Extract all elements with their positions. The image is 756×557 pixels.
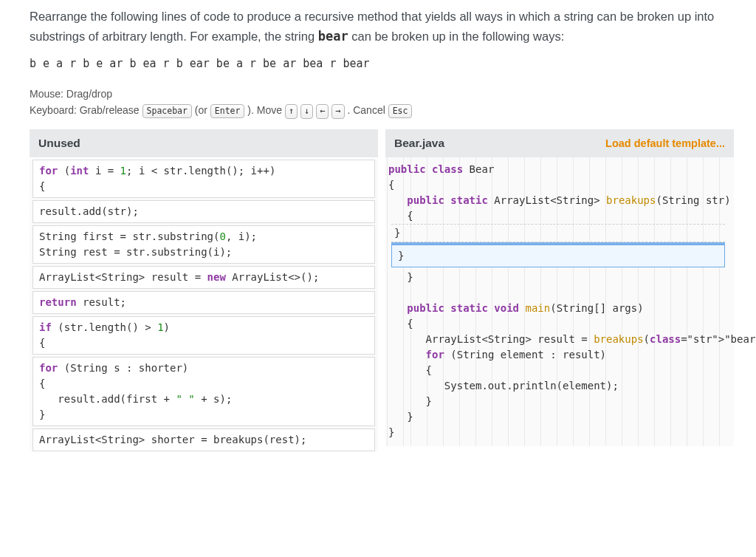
keyboard-hints: Mouse: Drag/drop Keyboard: Grab/release … [30,86,734,119]
key-up: ↑ [285,104,298,119]
key-esc: Esc [388,104,413,118]
code-line: { [388,177,728,193]
target-header: Bear.java Load default template... [385,129,734,157]
code-line: public class Bear [388,162,728,177]
tile-for-i[interactable]: for (int i = 1; i < str.length(); i++) { [32,160,375,198]
exercise-page: Rearrange the following lines of code to… [0,0,756,468]
drop-slot[interactable]: } [391,224,725,242]
code-line: ArrayList<String> result = breakups(clas… [388,332,728,347]
target-title: Bear.java [394,137,444,150]
code-line: } [388,425,728,440]
tile-first-rest[interactable]: String first = str.substring(0, i); Stri… [32,225,375,264]
code-line: public static ArrayList<String> breakups… [388,193,728,208]
code-line: } [394,225,722,241]
code-line: { [388,316,728,332]
mouse-hint: Mouse: Drag/drop [30,86,734,102]
key-down: ↓ [300,104,313,119]
instructions-suffix: can be broken up in the following ways: [351,30,564,43]
tile-shorter-decl[interactable]: ArrayList<String> shorter = breakups(res… [32,428,375,451]
target-panel: Bear.java Load default template... publi… [385,129,734,454]
code-line: { [388,363,728,378]
code-line: } [388,409,728,425]
instructions-text: Rearrange the following lines of code to… [30,7,734,46]
tile-result-decl[interactable]: ArrayList<String> result = new ArrayList… [32,266,375,289]
instructions-code-word: bear [318,29,348,44]
code-line: } [388,270,728,285]
key-right: → [331,104,344,119]
key-spacebar: Spacebar [142,104,192,118]
tile-for-shorter[interactable]: for (String s : shorter) { result.add(fi… [32,357,375,426]
code-line: public static void main(String[] args) [388,301,728,316]
tile-return[interactable]: return result; [32,291,375,314]
tile-closing-brace[interactable]: } [391,245,725,267]
example-output: b e a r b e ar b ea r b ear be a r be ar… [30,56,734,72]
key-left: ← [316,104,329,119]
parsons-panels: Unused for (int i = 1; i < str.length();… [30,129,734,454]
target-drop-area[interactable]: public class Bear{ public static ArrayLi… [385,157,734,446]
load-default-template-link[interactable]: Load default template... [605,137,725,149]
tile-if-len[interactable]: if (str.length() > 1) { [32,316,375,355]
key-enter: Enter [210,104,245,118]
unused-drop-area[interactable]: for (int i = 1; i < str.length(); i++) {… [30,160,378,451]
keyboard-hint: Keyboard: Grab/release Spacebar (or Ente… [30,102,734,119]
code-line: for (String element : result) [388,347,728,363]
code-line: } [388,394,728,409]
code-line: { [388,208,728,224]
tile-result-add-str[interactable]: result.add(str); [32,200,375,223]
unused-title: Unused [38,137,80,150]
code-line: System.out.println(element); [388,378,728,394]
code-line [388,285,728,301]
unused-panel: Unused for (int i = 1; i < str.length();… [30,129,378,454]
unused-header: Unused [30,129,378,157]
